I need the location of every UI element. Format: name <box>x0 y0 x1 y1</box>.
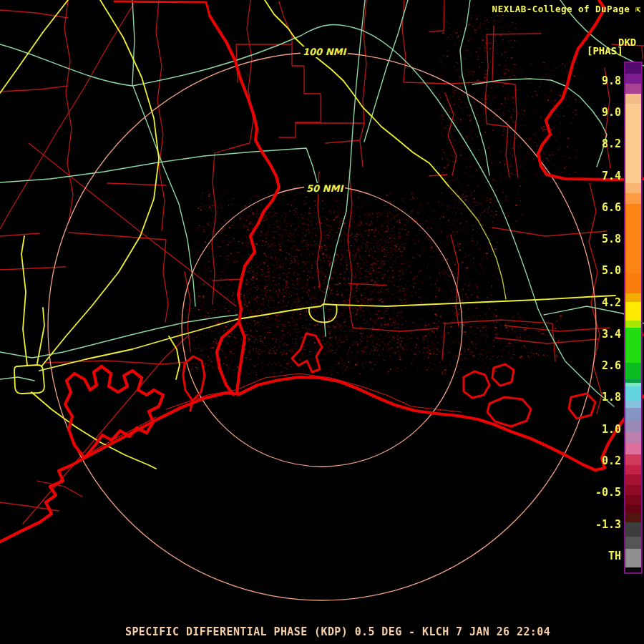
range-ring <box>182 186 462 467</box>
water_med-path <box>487 397 531 426</box>
colorbar-segment <box>625 420 641 431</box>
colorbar-segment <box>625 454 641 465</box>
water_med-path <box>292 333 322 372</box>
roads_teal-path <box>0 315 238 358</box>
colorbar-tick: 0.2 <box>565 454 621 467</box>
colorbar-segment <box>625 513 641 522</box>
colorbar-tick: 6.6 <box>565 201 621 214</box>
water_thin-path <box>166 374 462 412</box>
colorbar-segment <box>625 193 641 204</box>
colorbar-segment <box>625 63 641 74</box>
colorbar-segment <box>625 522 641 537</box>
colorbar-tick: -0.5 <box>565 486 621 499</box>
colorbar-tick: 9.0 <box>565 106 621 119</box>
county-path <box>29 143 236 306</box>
water_med-path <box>464 371 489 398</box>
county-path <box>107 183 166 185</box>
water_thick-path <box>217 322 239 394</box>
radar-display: NEXLAB-College of DuPage ⇱ DKD [PHAS] 9.… <box>0 0 644 644</box>
county-path <box>402 0 494 84</box>
colorbar-tick: -1.3 <box>565 518 621 531</box>
county-path <box>279 1 321 137</box>
county-path <box>0 86 68 92</box>
roads_yellow-path <box>42 0 159 366</box>
colorbar-segment <box>625 549 641 567</box>
colorbar-segment <box>625 431 641 444</box>
colorbar-segment <box>625 74 641 84</box>
colorbar-tick: 1.8 <box>565 391 621 404</box>
brand-title: NEXLAB-College of DuPage ⇱ <box>492 4 641 14</box>
colorbar-segment <box>625 321 641 328</box>
water_thick-path <box>0 377 644 542</box>
county-path <box>69 233 168 322</box>
colorbar-segment <box>625 567 641 572</box>
brand-arrow-icon: ⇱ <box>635 4 641 14</box>
colorbar-tick: 9.8 <box>565 74 621 87</box>
colorbar-tick: 5.0 <box>565 264 621 277</box>
colorbar-segments <box>625 63 641 572</box>
colorbar-tick: 8.2 <box>565 137 621 150</box>
product-caption: SPECIFIC DIFFERENTIAL PHASE (KDP) 0.5 DE… <box>125 625 550 638</box>
map-layer <box>0 0 644 644</box>
colorbar-segment <box>625 273 641 293</box>
colorbar-segment <box>625 485 641 495</box>
colorbar-segment <box>625 183 641 193</box>
roads_yellow-path <box>39 296 615 371</box>
product-units-label: [PHAS] <box>587 45 623 57</box>
colorbar-tick: 4.2 <box>565 296 621 309</box>
roads_yellow-path <box>21 236 27 365</box>
county-path <box>485 34 541 177</box>
colorbar-tick: 2.6 <box>565 359 621 372</box>
colorbar <box>624 62 643 574</box>
colorbar-segment <box>625 504 641 513</box>
water_thick-path <box>237 322 245 393</box>
water_thin-path <box>86 417 156 455</box>
roads_yellow-path <box>169 336 180 379</box>
range-ring-label: 50 NMI <box>304 183 345 194</box>
county-path <box>429 93 457 176</box>
range-ring-label: 100 NMI <box>301 47 348 57</box>
water_thick-path <box>210 16 279 322</box>
roads_yellow-path <box>37 308 44 364</box>
county-path <box>213 279 243 280</box>
colorbar-segment <box>625 293 641 302</box>
county-path <box>156 0 165 230</box>
water_med-path <box>492 364 514 386</box>
colorbar-tick: 7.4 <box>565 170 621 182</box>
colorbar-segment <box>625 537 641 549</box>
colorbar-segment <box>625 444 641 454</box>
county-path <box>429 0 444 31</box>
colorbar-segment <box>625 465 641 474</box>
county-path <box>0 4 134 229</box>
roads_teal-path <box>0 24 614 406</box>
colorbar-segment <box>625 84 641 94</box>
colorbar-segment <box>625 104 641 183</box>
colorbar-segment <box>625 401 641 408</box>
county-path <box>64 0 73 222</box>
roads_teal-path <box>364 0 408 142</box>
colorbar-segment <box>625 495 641 504</box>
water_thick-path <box>65 366 163 458</box>
colorbar-tick: 1.0 <box>565 423 621 436</box>
colorbar-segment <box>625 386 641 401</box>
colorbar-segment <box>625 408 641 420</box>
county-path <box>494 82 518 177</box>
roads_teal-path <box>0 377 34 381</box>
colorbar-tick: 3.4 <box>565 328 621 341</box>
brand-text: NEXLAB-College of DuPage <box>492 4 630 14</box>
county-path <box>348 170 438 331</box>
colorbar-segment <box>625 474 641 485</box>
colorbar-segment <box>625 302 641 321</box>
colorbar-tick: TH <box>565 550 621 562</box>
colorbar-segment <box>625 204 641 273</box>
colorbar-tick: 5.8 <box>565 233 621 245</box>
colorbar-segment <box>625 363 641 379</box>
roads_teal-path <box>460 0 489 175</box>
roads_yellow-path <box>0 0 68 93</box>
roads_yellow-path <box>265 0 449 186</box>
county-path <box>185 272 190 352</box>
colorbar-segment <box>625 328 641 363</box>
county-path <box>0 233 66 270</box>
water_med-path <box>114 1 210 16</box>
colorbar-segment <box>625 94 641 104</box>
